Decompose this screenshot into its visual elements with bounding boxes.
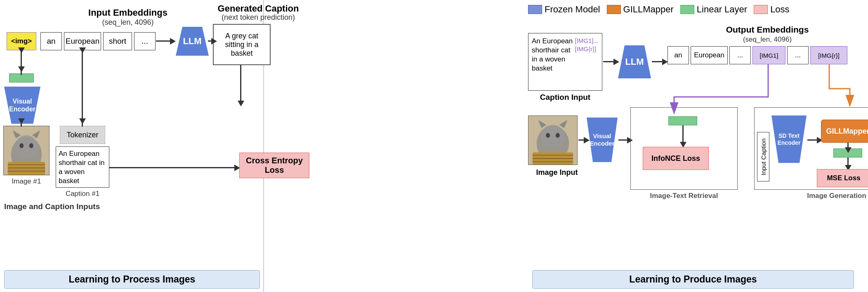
arrowhead-linear-img xyxy=(18,47,25,53)
visual-encoder-right: Visual Encoder xyxy=(587,118,618,162)
arrowhead-tokens-llm xyxy=(170,38,176,45)
llm-right: LLM xyxy=(618,45,651,78)
legend-frozen-box xyxy=(528,5,542,14)
caption-text-box: An European shorthair cat in a woven bas… xyxy=(56,146,109,188)
generated-caption-title: Generated Caption xyxy=(213,3,304,14)
gillmapper-box: GILLMapper xyxy=(821,120,868,143)
image-generation-label: Image Generation xyxy=(754,192,868,200)
left-panel: Input Embeddings (seq_len, 4096) <img> a… xyxy=(0,0,264,292)
arrowhead-caption-loss xyxy=(238,101,244,106)
arrow-caption-loss-h xyxy=(109,167,237,168)
out-token-imgr: [IMG{r}] xyxy=(810,46,847,64)
legend-frozen: Frozen Model xyxy=(528,4,600,15)
legend-gillmapper-box xyxy=(607,5,621,14)
legend-linear: Linear Layer xyxy=(680,4,747,15)
legend-loss-box xyxy=(754,5,768,14)
arrowhead-img-ve xyxy=(18,118,25,124)
out-token-img1: [IMG1] xyxy=(752,46,785,64)
image-input-label: Image Input xyxy=(528,168,586,177)
arrowhead-tok-tokens xyxy=(79,47,86,53)
svg-point-7 xyxy=(25,149,28,151)
bottom-label-right: Learning to Produce Images xyxy=(532,270,854,289)
legend-gillmapper-label: GILLMapper xyxy=(623,4,674,15)
cat-image-right xyxy=(528,115,578,165)
legend-linear-label: Linear Layer xyxy=(697,4,747,15)
tokenizer-box: Tokenizer xyxy=(60,126,105,144)
legend-frozen-label: Frozen Model xyxy=(545,4,600,15)
token-ellipsis: ... xyxy=(134,32,156,50)
svg-rect-8 xyxy=(8,162,45,175)
output-embeddings-subtitle: (seq_len, 4096) xyxy=(668,35,866,44)
infonce-loss: InfoNCE Loss xyxy=(643,147,709,170)
svg-point-17 xyxy=(546,133,550,138)
generated-caption-box: A grey cat sitting in a basket xyxy=(213,24,271,65)
image-caption-label: Image and Caption Inputs xyxy=(4,202,103,211)
generated-caption-subtitle: (next token prediction) xyxy=(213,13,304,22)
right-panel: Frozen Model GILLMapper Linear Layer Los… xyxy=(528,0,868,292)
legend-loss-label: Loss xyxy=(770,4,789,15)
arrow-linear-img xyxy=(21,50,22,73)
llm-left: LLM xyxy=(176,27,209,56)
input-embeddings-subtitle: (seq_len, 4096) xyxy=(58,18,198,27)
legend-loss: Loss xyxy=(754,4,789,15)
token-an: an xyxy=(40,32,62,50)
linear-layer-retrieval xyxy=(668,116,697,125)
caption-label: Caption #1 xyxy=(56,190,109,198)
svg-point-6 xyxy=(29,143,33,148)
arrowhead-img-ve-right xyxy=(584,137,590,144)
caption-input-box: An European shorthair cat in a woven bas… xyxy=(528,33,602,91)
svg-point-2 xyxy=(15,135,38,158)
cross-entropy-loss: Cross Entropy Loss xyxy=(239,153,309,178)
output-embeddings-title: Output Embeddings xyxy=(668,25,866,35)
out-token-ellipsis1: ... xyxy=(729,46,751,64)
image-label: Image #1 xyxy=(3,177,50,186)
out-token-an: an xyxy=(668,46,689,64)
caption-input-title: Caption Input xyxy=(528,93,602,102)
token-short: short xyxy=(103,32,132,50)
arrow-tok-tokens xyxy=(82,50,83,126)
image-text-retrieval-label: Image-Text Retrieval xyxy=(630,192,738,200)
main-container: Input Embeddings (seq_len, 4096) <img> a… xyxy=(0,0,868,292)
arrowhead-gill-linear xyxy=(845,147,851,153)
svg-point-5 xyxy=(19,143,24,148)
out-token-ellipsis2: ... xyxy=(787,46,809,64)
out-token-european: European xyxy=(691,46,728,64)
arrow-caption-loss xyxy=(240,65,241,102)
orange-arrow-svg xyxy=(810,64,851,111)
svg-point-19 xyxy=(552,139,554,140)
legend-gillmapper: GILLMapper xyxy=(607,4,674,15)
arrowhead-llm-out xyxy=(662,59,668,65)
cat-image-left xyxy=(3,126,50,175)
mse-loss: MSE Loss xyxy=(817,169,868,187)
svg-point-18 xyxy=(556,133,560,138)
input-embeddings-title: Input Embeddings xyxy=(58,7,198,18)
input-caption-label: Input Caption xyxy=(757,132,769,181)
svg-point-14 xyxy=(541,125,565,148)
arrow-linear-infonce xyxy=(682,125,684,144)
legend: Frozen Model GILLMapper Linear Layer Los… xyxy=(528,4,790,15)
legend-linear-box xyxy=(680,5,694,14)
bottom-label-left: Learning to Process Images xyxy=(4,270,260,289)
arrowhead-llm-caption xyxy=(211,38,217,45)
arrowhead-ci-llm xyxy=(613,59,619,65)
